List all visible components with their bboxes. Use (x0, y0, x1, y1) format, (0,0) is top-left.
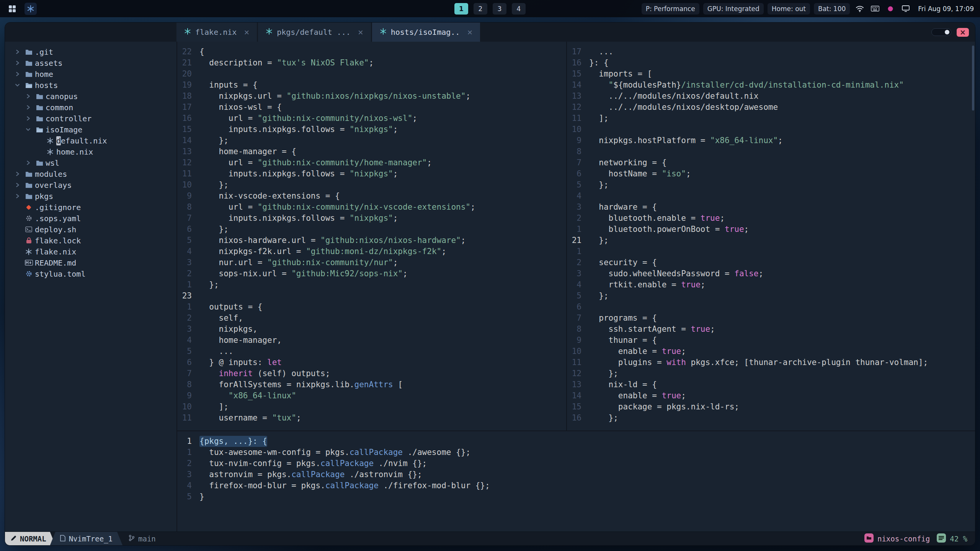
code-line[interactable]: 6 hostName = "iso"; (567, 168, 975, 179)
code-line[interactable]: 1 bluetooth.powerOnBoot = true; (567, 224, 975, 235)
code-line[interactable]: 13 home-manager = { (177, 146, 566, 157)
tree-folder-assets[interactable]: assets (5, 57, 176, 68)
code-line[interactable]: 9 "x86_64-linux" (177, 390, 566, 401)
keyboard-icon[interactable] (870, 3, 880, 14)
chevron-down-icon[interactable] (23, 127, 33, 132)
code-line[interactable]: 1 }; (177, 279, 566, 290)
tree-folder-modules[interactable]: modules (5, 168, 176, 179)
code-line[interactable]: 17 nixos-wsl = { (177, 102, 566, 113)
code-line[interactable]: 8 ssh.startAgent = true; (567, 324, 975, 335)
code-line[interactable]: 10 enable = true; (567, 346, 975, 357)
code-line[interactable]: 6 }; (177, 224, 566, 235)
code-line[interactable]: 7 inherit (self) outputs; (177, 368, 566, 379)
code-line[interactable]: 4 rtkit.enable = true; (567, 279, 975, 290)
window-close-button[interactable]: × (957, 28, 969, 37)
code-line[interactable]: 10 }; (177, 179, 566, 191)
code-line[interactable]: 11 username = "tux"; (177, 412, 566, 424)
scrollbar[interactable] (972, 46, 974, 111)
tree-folder-overlays[interactable]: overlays (5, 179, 176, 191)
code-line[interactable]: 1 outputs = { (177, 302, 566, 313)
code-line[interactable]: 10 ]; (177, 401, 566, 412)
code-line[interactable]: 8 url = "github:nix-community/nix-vscode… (177, 202, 566, 213)
code-line[interactable]: 11 inputs.nixpkgs.follows = "nixpkgs"; (177, 168, 566, 179)
code-line[interactable]: 8 (567, 146, 975, 157)
nixos-logo-icon[interactable] (24, 3, 37, 15)
code-line[interactable]: 21 }; (567, 235, 975, 246)
tab-hosts-isoImag[interactable]: hosts/isoImag..× (372, 23, 480, 42)
tree-folder-isoImage[interactable]: isoImage (5, 124, 176, 135)
close-icon[interactable]: × (244, 27, 249, 37)
code-line[interactable]: 13 nix-ld = { (567, 379, 975, 390)
code-line[interactable]: 9 nixpkgs.hostPlatform = "x86_64-linux"; (567, 135, 975, 146)
tree-file-flake-lock[interactable]: flake.lock (5, 235, 176, 246)
titlebar-toggle-icon[interactable] (931, 28, 951, 36)
code-line[interactable]: 19 inputs = { (177, 80, 566, 91)
code-line[interactable]: 1 (567, 246, 975, 257)
code-line[interactable]: 3 nixpkgs, (177, 324, 566, 335)
tree-file-sops-yaml[interactable]: .sops.yaml (5, 213, 176, 224)
code-line[interactable]: 4 nixpkgs-f2k.url = "github:moni-dz/nixp… (177, 246, 566, 257)
code-line[interactable]: 9 nix-vscode-extensions = { (177, 191, 566, 202)
chevron-down-icon[interactable] (12, 83, 23, 88)
code-line[interactable]: 8 forAllSystems = nixpkgs.lib.genAttrs [ (177, 379, 566, 390)
chevron-right-icon[interactable] (12, 183, 23, 187)
tree-file-gitignore[interactable]: .gitignore (5, 202, 176, 213)
code-line[interactable]: 7 inputs.nixpkgs.follows = "nixpkgs"; (177, 213, 566, 224)
code-line[interactable]: 3 hardware = { (567, 202, 975, 213)
code-line[interactable]: 4 (567, 191, 975, 202)
code-line[interactable]: 2 tux-nvim-config = pkgs.callPackage ./n… (177, 458, 975, 469)
code-line[interactable]: 14 "${modulesPath}/installer/cd-dvd/inst… (567, 80, 975, 91)
code-line[interactable]: 18 nixpkgs.url = "github:nixos/nixpkgs/n… (177, 91, 566, 102)
close-icon[interactable]: × (467, 27, 472, 37)
tree-folder-common[interactable]: common (5, 102, 176, 113)
code-line[interactable]: 4 home-manager, (177, 335, 566, 346)
tree-folder-git[interactable]: .git (5, 46, 176, 57)
code-line[interactable]: 1{pkgs, ...}: { (177, 436, 975, 447)
code-line[interactable]: 16 }; (567, 412, 975, 424)
code-line[interactable]: 21 description = "tux's NixOS Flake"; (177, 57, 566, 68)
code-line[interactable]: 5 }; (567, 290, 975, 302)
code-line[interactable]: 5} (177, 491, 975, 502)
code-line[interactable]: 6 } @ inputs: let (177, 357, 566, 368)
code-line[interactable]: 11 ]; (567, 113, 975, 124)
code-line[interactable]: 13 ../../modules/nixos/default.nix (567, 91, 975, 102)
chevron-right-icon[interactable] (23, 105, 33, 110)
code-line[interactable]: 11 plugins = with pkgs.xfce; [thunar-arc… (567, 357, 975, 368)
code-line[interactable]: 14 enable = true; (567, 390, 975, 401)
tree-file-README-md[interactable]: README.md (5, 257, 176, 268)
tab-flake-nix[interactable]: flake.nix× (176, 23, 257, 42)
code-line[interactable]: 5 ... (177, 346, 566, 357)
app-grid-icon[interactable] (6, 3, 18, 15)
chevron-right-icon[interactable] (12, 194, 23, 199)
tree-folder-home[interactable]: home (5, 68, 176, 80)
code-line[interactable]: 5 nixos-hardware.url = "github:nixos/nix… (177, 235, 566, 246)
code-line[interactable]: 23 (177, 290, 566, 302)
workspace-button-4[interactable]: 4 (512, 3, 526, 15)
code-line[interactable]: 22{ (177, 46, 566, 57)
code-line[interactable]: 2 bluetooth.enable = true; (567, 213, 975, 224)
code-line[interactable]: 15 package = pkgs.nix-ld-rs; (567, 401, 975, 412)
tree-folder-controller[interactable]: controller (5, 113, 176, 124)
tree-file-home-nix[interactable]: home.nix (5, 146, 176, 157)
tree-file-deploy-sh[interactable]: deploy.sh (5, 224, 176, 235)
code-line[interactable]: 12 }; (567, 368, 975, 379)
tree-file-default-nix[interactable]: default.nix (5, 135, 176, 146)
code-line[interactable]: 7 networking = { (567, 157, 975, 168)
tree-folder-canopus[interactable]: canopus (5, 91, 176, 102)
color-dot-icon[interactable] (885, 3, 896, 14)
tree-file-stylua-toml[interactable]: stylua.toml (5, 268, 176, 279)
code-line[interactable]: 10 (567, 124, 975, 135)
tree-folder-wsl[interactable]: wsl (5, 157, 176, 168)
chevron-right-icon[interactable] (23, 116, 33, 121)
chevron-right-icon[interactable] (12, 60, 23, 65)
code-line[interactable]: 16 url = "github:nix-community/nixos-wsl… (177, 113, 566, 124)
workspace-button-3[interactable]: 3 (493, 3, 506, 15)
chevron-right-icon[interactable] (23, 160, 33, 165)
chevron-right-icon[interactable] (12, 49, 23, 54)
code-line[interactable]: 15 imports = [ (567, 68, 975, 80)
code-line[interactable]: 17 ... (567, 46, 975, 57)
code-line[interactable]: 3 astronvim = pkgs.callPackage ./astronv… (177, 469, 975, 480)
code-line[interactable]: 20 (177, 68, 566, 80)
workspace-button-1[interactable]: 1 (454, 3, 468, 15)
chevron-right-icon[interactable] (12, 72, 23, 77)
